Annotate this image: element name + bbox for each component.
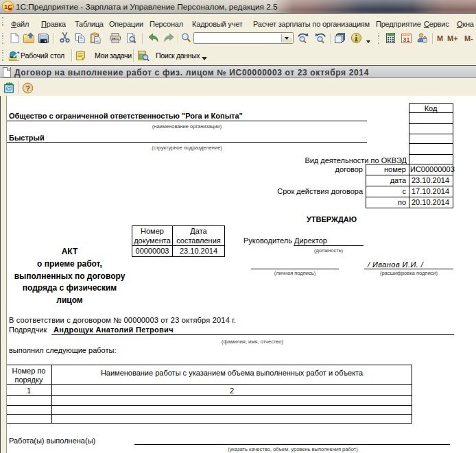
- svg-text:?: ?: [25, 84, 30, 93]
- svg-text:@: @: [5, 84, 12, 92]
- svg-text:31: 31: [403, 36, 409, 43]
